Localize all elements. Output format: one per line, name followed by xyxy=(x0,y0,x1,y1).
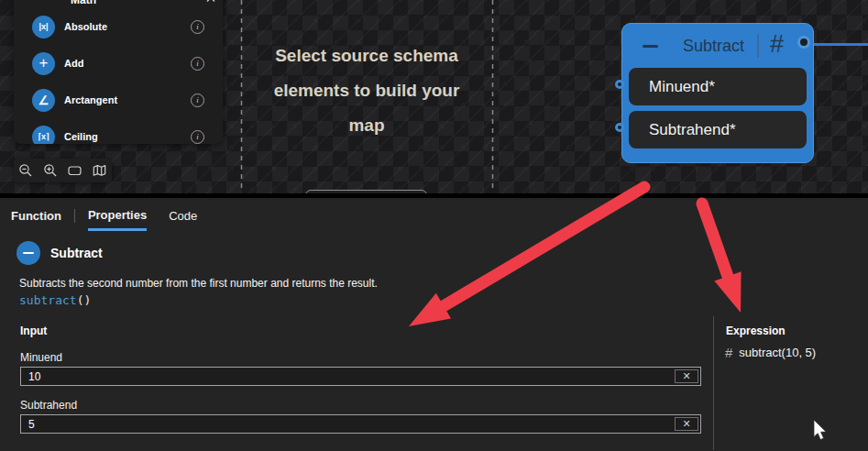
signature-parens: () xyxy=(77,293,92,307)
tab-code[interactable]: Code xyxy=(169,209,197,229)
minus-icon xyxy=(643,45,658,48)
function-item-label: Ceiling xyxy=(64,131,98,142)
panel-tab-bar: Function Properties Code xyxy=(11,207,197,231)
tab-divider xyxy=(74,209,75,223)
subtrahend-label: Subtrahend xyxy=(20,399,77,412)
hash-icon: # xyxy=(725,345,732,360)
info-icon[interactable]: i xyxy=(191,130,204,144)
function-signature: subtract() xyxy=(19,293,91,307)
input-handle-subtrahend[interactable] xyxy=(615,123,624,132)
info-icon[interactable]: i xyxy=(191,57,204,71)
subtract-icon xyxy=(16,241,40,265)
function-item-label: Arctangent xyxy=(64,94,117,105)
schema-placeholder-message: Select source schema elements to build y… xyxy=(261,38,472,143)
function-list-panel: Math |x| Absolute i + Add i ∠ Arctangent… xyxy=(14,0,223,144)
node-header-divider xyxy=(757,34,759,58)
section-divider xyxy=(713,316,714,450)
fit-view-icon xyxy=(67,163,82,178)
minimap-icon xyxy=(92,163,107,178)
node-title: Subtract xyxy=(683,37,744,56)
node-input-label: Minuend* xyxy=(649,78,715,95)
category-header-math[interactable]: Math xyxy=(14,0,223,8)
function-header: Subtract xyxy=(16,241,103,265)
category-label: Math xyxy=(71,0,96,6)
minuend-label: Minuend xyxy=(20,351,62,364)
function-item-arctangent[interactable]: ∠ Arctangent i xyxy=(14,82,223,118)
add-icon: + xyxy=(32,52,55,75)
expression-value: subtract(10, 5) xyxy=(739,346,816,359)
function-item-add[interactable]: + Add i xyxy=(14,45,223,82)
ceiling-icon: ⌈x⌉ xyxy=(32,126,55,145)
function-description: Subtracts the second number from the fir… xyxy=(19,277,378,290)
subtract-node[interactable]: Subtract # Minuend* Subtrahend* xyxy=(621,23,814,163)
canvas-toolbar xyxy=(14,159,112,182)
expression-section-title: Expression xyxy=(726,324,786,337)
subtract-node-header[interactable]: Subtract # xyxy=(622,24,813,68)
absolute-icon: |x| xyxy=(32,16,55,38)
connection-edge xyxy=(814,43,868,46)
function-item-ceiling[interactable]: ⌈x⌉ Ceiling i xyxy=(14,118,223,144)
zoom-out-icon xyxy=(18,163,33,178)
input-section-title: Input xyxy=(20,324,47,337)
input-handle-minuend[interactable] xyxy=(615,80,624,89)
clear-icon: ✕ xyxy=(682,370,690,381)
clear-icon: ✕ xyxy=(682,418,690,429)
function-item-absolute[interactable]: |x| Absolute i xyxy=(14,8,223,45)
data-mapper-window: Math |x| Absolute i + Add i ∠ Arctangent… xyxy=(0,0,868,451)
minimap-button[interactable] xyxy=(90,160,110,181)
node-input-subtrahend[interactable]: Subtrahend* xyxy=(629,111,807,148)
expression-row: # subtract(10, 5) xyxy=(725,345,816,360)
node-input-minuend[interactable]: Minuend* xyxy=(629,68,807,105)
mapper-canvas[interactable]: Math |x| Absolute i + Add i ∠ Arctangent… xyxy=(0,0,868,193)
subtrahend-input[interactable] xyxy=(20,414,701,434)
fit-view-button[interactable] xyxy=(65,160,85,181)
info-icon[interactable]: i xyxy=(191,20,204,34)
zoom-in-icon xyxy=(43,163,58,178)
output-handle[interactable] xyxy=(797,36,810,49)
number-type-icon: # xyxy=(770,30,784,59)
clear-minuend-button[interactable]: ✕ xyxy=(675,369,698,383)
zoom-out-button[interactable] xyxy=(16,160,36,181)
tab-function[interactable]: Function xyxy=(11,209,61,229)
function-item-label: Add xyxy=(64,58,83,69)
zoom-in-button[interactable] xyxy=(40,160,60,181)
signature-name: subtract xyxy=(19,293,77,307)
chevron-up-icon xyxy=(206,0,215,3)
info-icon[interactable]: i xyxy=(191,94,204,107)
function-title: Subtract xyxy=(50,246,103,260)
minuend-input[interactable] xyxy=(20,367,701,386)
tab-properties[interactable]: Properties xyxy=(88,208,147,231)
clear-subtrahend-button[interactable]: ✕ xyxy=(675,417,698,431)
function-item-label: Absolute xyxy=(64,21,107,32)
arctangent-icon: ∠ xyxy=(32,89,55,112)
node-input-label: Subtrahend* xyxy=(649,121,736,138)
properties-panel: Function Properties Code Subtract Subtra… xyxy=(0,198,868,451)
